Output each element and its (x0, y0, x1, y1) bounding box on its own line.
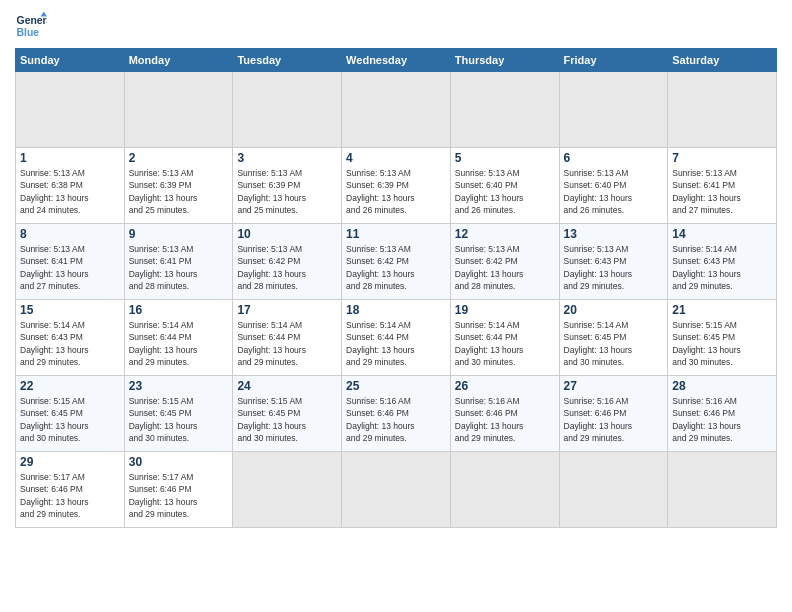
day-number: 24 (237, 379, 337, 393)
day-detail: Sunrise: 5:13 AM Sunset: 6:40 PM Dayligh… (564, 167, 664, 216)
weekday-header: Friday (559, 49, 668, 72)
day-number: 1 (20, 151, 120, 165)
day-detail: Sunrise: 5:14 AM Sunset: 6:44 PM Dayligh… (346, 319, 446, 368)
day-number: 25 (346, 379, 446, 393)
calendar-cell (342, 452, 451, 528)
logo: General Blue (15, 10, 47, 42)
calendar-cell: 23Sunrise: 5:15 AM Sunset: 6:45 PM Dayli… (124, 376, 233, 452)
day-detail: Sunrise: 5:13 AM Sunset: 6:40 PM Dayligh… (455, 167, 555, 216)
day-detail: Sunrise: 5:14 AM Sunset: 6:44 PM Dayligh… (129, 319, 229, 368)
calendar-cell: 5Sunrise: 5:13 AM Sunset: 6:40 PM Daylig… (450, 148, 559, 224)
day-detail: Sunrise: 5:13 AM Sunset: 6:38 PM Dayligh… (20, 167, 120, 216)
day-number: 11 (346, 227, 446, 241)
day-number: 21 (672, 303, 772, 317)
day-detail: Sunrise: 5:13 AM Sunset: 6:39 PM Dayligh… (346, 167, 446, 216)
day-number: 2 (129, 151, 229, 165)
calendar-cell: 9Sunrise: 5:13 AM Sunset: 6:41 PM Daylig… (124, 224, 233, 300)
weekday-header: Thursday (450, 49, 559, 72)
day-detail: Sunrise: 5:13 AM Sunset: 6:41 PM Dayligh… (672, 167, 772, 216)
day-number: 5 (455, 151, 555, 165)
calendar-cell: 15Sunrise: 5:14 AM Sunset: 6:43 PM Dayli… (16, 300, 125, 376)
day-detail: Sunrise: 5:14 AM Sunset: 6:44 PM Dayligh… (455, 319, 555, 368)
calendar-cell: 12Sunrise: 5:13 AM Sunset: 6:42 PM Dayli… (450, 224, 559, 300)
calendar-cell: 3Sunrise: 5:13 AM Sunset: 6:39 PM Daylig… (233, 148, 342, 224)
calendar-cell: 11Sunrise: 5:13 AM Sunset: 6:42 PM Dayli… (342, 224, 451, 300)
weekday-header: Monday (124, 49, 233, 72)
calendar-cell: 6Sunrise: 5:13 AM Sunset: 6:40 PM Daylig… (559, 148, 668, 224)
day-number: 16 (129, 303, 229, 317)
calendar-cell (233, 452, 342, 528)
day-number: 17 (237, 303, 337, 317)
calendar-cell (559, 72, 668, 148)
day-detail: Sunrise: 5:14 AM Sunset: 6:43 PM Dayligh… (672, 243, 772, 292)
day-number: 6 (564, 151, 664, 165)
calendar-cell: 30Sunrise: 5:17 AM Sunset: 6:46 PM Dayli… (124, 452, 233, 528)
calendar-week-row: 1Sunrise: 5:13 AM Sunset: 6:38 PM Daylig… (16, 148, 777, 224)
weekday-header: Saturday (668, 49, 777, 72)
day-number: 3 (237, 151, 337, 165)
day-number: 30 (129, 455, 229, 469)
calendar-cell: 18Sunrise: 5:14 AM Sunset: 6:44 PM Dayli… (342, 300, 451, 376)
calendar-cell (233, 72, 342, 148)
day-detail: Sunrise: 5:14 AM Sunset: 6:43 PM Dayligh… (20, 319, 120, 368)
weekday-header: Wednesday (342, 49, 451, 72)
page-container: General Blue SundayMondayTuesdayWednesda… (0, 0, 792, 538)
day-detail: Sunrise: 5:16 AM Sunset: 6:46 PM Dayligh… (455, 395, 555, 444)
calendar-cell: 21Sunrise: 5:15 AM Sunset: 6:45 PM Dayli… (668, 300, 777, 376)
day-detail: Sunrise: 5:13 AM Sunset: 6:43 PM Dayligh… (564, 243, 664, 292)
calendar-cell (16, 72, 125, 148)
weekday-header: Tuesday (233, 49, 342, 72)
day-detail: Sunrise: 5:16 AM Sunset: 6:46 PM Dayligh… (564, 395, 664, 444)
day-detail: Sunrise: 5:13 AM Sunset: 6:42 PM Dayligh… (346, 243, 446, 292)
day-detail: Sunrise: 5:13 AM Sunset: 6:41 PM Dayligh… (20, 243, 120, 292)
day-detail: Sunrise: 5:13 AM Sunset: 6:42 PM Dayligh… (237, 243, 337, 292)
calendar-cell: 28Sunrise: 5:16 AM Sunset: 6:46 PM Dayli… (668, 376, 777, 452)
day-detail: Sunrise: 5:15 AM Sunset: 6:45 PM Dayligh… (672, 319, 772, 368)
calendar-table: SundayMondayTuesdayWednesdayThursdayFrid… (15, 48, 777, 528)
day-detail: Sunrise: 5:13 AM Sunset: 6:42 PM Dayligh… (455, 243, 555, 292)
day-number: 9 (129, 227, 229, 241)
day-detail: Sunrise: 5:17 AM Sunset: 6:46 PM Dayligh… (20, 471, 120, 520)
day-number: 22 (20, 379, 120, 393)
day-detail: Sunrise: 5:15 AM Sunset: 6:45 PM Dayligh… (237, 395, 337, 444)
day-detail: Sunrise: 5:16 AM Sunset: 6:46 PM Dayligh… (346, 395, 446, 444)
header: General Blue (15, 10, 777, 42)
day-number: 29 (20, 455, 120, 469)
calendar-cell: 20Sunrise: 5:14 AM Sunset: 6:45 PM Dayli… (559, 300, 668, 376)
day-number: 20 (564, 303, 664, 317)
day-detail: Sunrise: 5:13 AM Sunset: 6:41 PM Dayligh… (129, 243, 229, 292)
calendar-cell: 16Sunrise: 5:14 AM Sunset: 6:44 PM Dayli… (124, 300, 233, 376)
calendar-cell (124, 72, 233, 148)
calendar-cell: 27Sunrise: 5:16 AM Sunset: 6:46 PM Dayli… (559, 376, 668, 452)
day-number: 12 (455, 227, 555, 241)
svg-marker-2 (41, 12, 47, 17)
day-detail: Sunrise: 5:14 AM Sunset: 6:44 PM Dayligh… (237, 319, 337, 368)
calendar-cell: 25Sunrise: 5:16 AM Sunset: 6:46 PM Dayli… (342, 376, 451, 452)
day-number: 23 (129, 379, 229, 393)
logo-icon: General Blue (15, 10, 47, 42)
calendar-cell: 10Sunrise: 5:13 AM Sunset: 6:42 PM Dayli… (233, 224, 342, 300)
day-number: 14 (672, 227, 772, 241)
calendar-cell (559, 452, 668, 528)
day-number: 10 (237, 227, 337, 241)
calendar-cell (668, 72, 777, 148)
calendar-cell: 8Sunrise: 5:13 AM Sunset: 6:41 PM Daylig… (16, 224, 125, 300)
day-number: 19 (455, 303, 555, 317)
calendar-cell (450, 452, 559, 528)
calendar-cell (450, 72, 559, 148)
day-number: 18 (346, 303, 446, 317)
day-number: 26 (455, 379, 555, 393)
svg-text:General: General (17, 15, 47, 26)
calendar-week-row: 29Sunrise: 5:17 AM Sunset: 6:46 PM Dayli… (16, 452, 777, 528)
calendar-cell: 26Sunrise: 5:16 AM Sunset: 6:46 PM Dayli… (450, 376, 559, 452)
calendar-cell: 22Sunrise: 5:15 AM Sunset: 6:45 PM Dayli… (16, 376, 125, 452)
weekday-header: Sunday (16, 49, 125, 72)
day-detail: Sunrise: 5:15 AM Sunset: 6:45 PM Dayligh… (20, 395, 120, 444)
svg-text:Blue: Blue (17, 27, 40, 38)
day-detail: Sunrise: 5:13 AM Sunset: 6:39 PM Dayligh… (129, 167, 229, 216)
day-number: 28 (672, 379, 772, 393)
day-number: 4 (346, 151, 446, 165)
day-number: 13 (564, 227, 664, 241)
calendar-week-row (16, 72, 777, 148)
day-number: 15 (20, 303, 120, 317)
